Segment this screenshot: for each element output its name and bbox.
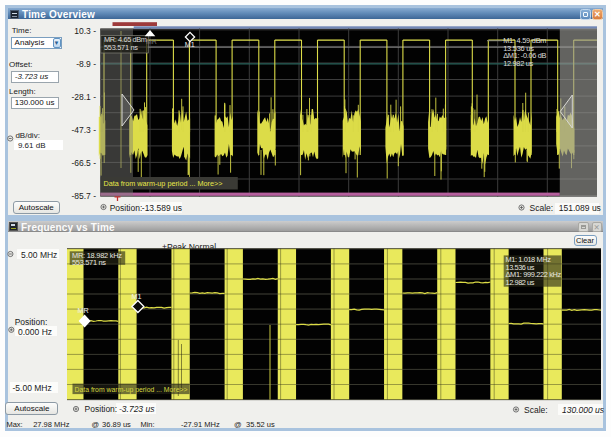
svg-text:M1: M1 bbox=[131, 292, 141, 301]
svg-text:553.571 ns: 553.571 ns bbox=[72, 258, 106, 267]
svg-text:MR: MR bbox=[78, 306, 89, 315]
svg-text:M1: M1 bbox=[185, 40, 195, 49]
svg-text:Data from warm-up period ... M: Data from warm-up period ... More>> bbox=[75, 385, 188, 394]
svg-text:Data from warm-up period ... M: Data from warm-up period ... More>> bbox=[104, 179, 224, 188]
svg-text:MR: MR bbox=[146, 38, 157, 45]
svg-text:12.982 us: 12.982 us bbox=[506, 278, 535, 287]
svg-text:553.571 ns: 553.571 ns bbox=[104, 43, 138, 52]
svg-text:12.982 us: 12.982 us bbox=[503, 59, 533, 68]
